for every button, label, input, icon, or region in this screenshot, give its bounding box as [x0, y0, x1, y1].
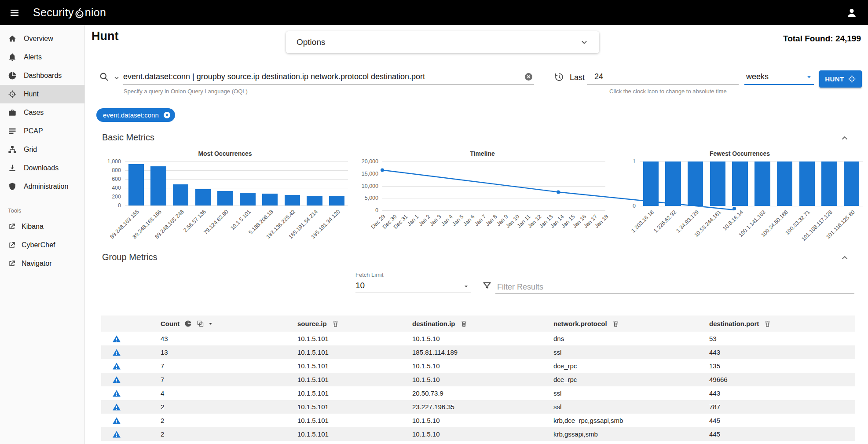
history-clock-icon[interactable] — [554, 72, 564, 82]
cell-count[interactable]: 7 — [132, 373, 269, 386]
warning-icon[interactable] — [112, 416, 121, 425]
chip-close-icon[interactable] — [163, 111, 171, 119]
warning-icon[interactable] — [112, 348, 121, 357]
cell-network-protocol[interactable]: ssl — [525, 400, 681, 414]
bar-10.8.16.14[interactable] — [732, 161, 747, 206]
cell-source-ip[interactable]: 10.1.5.101 — [269, 373, 384, 386]
trash-icon[interactable] — [460, 320, 468, 327]
bar-10.53.244.181[interactable] — [710, 161, 725, 206]
warning-icon[interactable] — [112, 389, 121, 398]
bar-5.188.206.18[interactable] — [262, 194, 278, 206]
cell-network-protocol[interactable]: krb,dce_rpc,gssapi,smb — [525, 414, 681, 427]
cell-source-ip[interactable]: 10.1.5.101 — [269, 345, 384, 359]
bar-79.124.62.90[interactable] — [217, 191, 233, 205]
bar-100.1.141.163[interactable] — [754, 161, 770, 206]
sidebar-item-navigator[interactable]: Navigator — [0, 254, 84, 273]
column-header-network-protocol[interactable]: network.protocol — [525, 316, 681, 332]
cell-destination-port[interactable]: 49666 — [681, 373, 855, 386]
sidebar-item-alerts[interactable]: Alerts — [0, 48, 84, 66]
sidebar-item-administration[interactable]: Administration — [0, 177, 84, 196]
duration-units-select[interactable]: weeks — [744, 69, 814, 85]
hunt-button[interactable]: HUNT — [819, 70, 862, 88]
warning-icon[interactable] — [112, 375, 121, 384]
collapse-group-metrics-icon[interactable] — [840, 253, 850, 263]
cell-count[interactable]: 2 — [132, 427, 269, 441]
cell-destination-ip[interactable]: 10.1.5.10 — [384, 359, 525, 373]
cell-destination-port[interactable]: 445 — [681, 427, 855, 441]
trash-icon[interactable] — [764, 320, 771, 327]
column-header-source-ip[interactable]: source.ip — [269, 316, 384, 332]
cell-network-protocol[interactable]: dce_rpc — [525, 373, 681, 386]
query-input[interactable] — [123, 69, 520, 81]
bar-101.108.117.128[interactable] — [821, 161, 837, 206]
cell-source-ip[interactable]: 10.1.5.101 — [269, 400, 384, 414]
query-history-chevron-icon[interactable] — [113, 74, 120, 81]
cell-count[interactable]: 7 — [132, 359, 269, 373]
cell-destination-ip[interactable]: 10.1.5.10 — [384, 427, 525, 441]
warning-icon[interactable] — [112, 430, 121, 439]
menu-icon[interactable] — [9, 7, 20, 18]
bar-89.248.163.166[interactable] — [150, 166, 166, 205]
clear-query-icon[interactable] — [524, 72, 533, 81]
filter-chip[interactable]: event.dataset:conn — [96, 108, 175, 122]
cell-source-ip[interactable]: 10.1.5.101 — [269, 359, 384, 373]
cell-source-ip[interactable]: 10.1.5.101 — [269, 386, 384, 400]
cell-destination-ip[interactable]: 20.50.73.9 — [384, 386, 525, 400]
cell-network-protocol[interactable]: dce_rpc — [525, 359, 681, 373]
column-header-destination-ip[interactable]: destination.ip — [384, 316, 525, 332]
warning-icon[interactable] — [112, 403, 121, 411]
cell-source-ip[interactable]: 10.1.5.101 — [269, 332, 384, 345]
cell-destination-port[interactable]: 443 — [681, 386, 855, 400]
sidebar-item-grid[interactable]: Grid — [0, 140, 84, 159]
filter-results-input[interactable] — [495, 279, 854, 292]
bar-1.34.93.139[interactable] — [688, 161, 703, 206]
sidebar-item-downloads[interactable]: Downloads — [0, 159, 84, 177]
collapse-basic-metrics-icon[interactable] — [840, 133, 850, 143]
cell-destination-port[interactable]: 445 — [681, 414, 855, 427]
column-header-count[interactable]: Count — [132, 316, 269, 332]
warning-icon[interactable] — [112, 334, 121, 343]
bar-89.248.163.155[interactable] — [128, 164, 144, 205]
cell-destination-ip[interactable]: 10.1.5.10 — [384, 332, 525, 345]
warning-icon[interactable] — [112, 362, 121, 371]
cell-network-protocol[interactable]: ssl — [525, 345, 681, 359]
cell-destination-port[interactable]: 443 — [681, 345, 855, 359]
cell-count[interactable]: 43 — [132, 332, 269, 345]
trash-icon[interactable] — [332, 320, 339, 327]
line-point[interactable] — [381, 168, 384, 172]
sidebar-item-pcap[interactable]: PCAP — [0, 122, 84, 140]
bar-89.248.165.248[interactable] — [173, 184, 188, 205]
cell-destination-ip[interactable]: 23.227.196.35 — [384, 400, 525, 414]
caret-down-icon[interactable] — [207, 320, 214, 327]
duration-input[interactable] — [587, 69, 739, 81]
bar-100.24.50.186[interactable] — [777, 161, 792, 206]
sidebar-item-overview[interactable]: Overview — [0, 29, 84, 48]
cell-destination-port[interactable]: 787 — [681, 400, 855, 414]
bar-185.191.34.214[interactable] — [307, 196, 322, 206]
sidebar-item-cases[interactable]: Cases — [0, 103, 84, 122]
fetch-limit-select[interactable]: 10 — [355, 279, 471, 293]
cell-destination-ip[interactable]: 185.81.114.189 — [384, 345, 525, 359]
ungroup-icon[interactable] — [197, 320, 204, 327]
bar-1.226.62.92[interactable] — [665, 161, 681, 206]
cell-count[interactable]: 13 — [132, 345, 269, 359]
cell-destination-port[interactable]: 135 — [681, 359, 855, 373]
cell-source-ip[interactable]: 10.1.5.101 — [269, 427, 384, 441]
sidebar-item-kibana[interactable]: Kibana — [0, 217, 84, 236]
bar-1.203.16.18[interactable] — [643, 161, 659, 206]
bar-10.1.5.101[interactable] — [240, 193, 255, 206]
sidebar-item-dashboards[interactable]: Dashboards — [0, 66, 84, 85]
sidebar-item-cyberchef[interactable]: CyberChef — [0, 236, 84, 254]
bar-2.56.57.136[interactable] — [195, 189, 211, 205]
cell-count[interactable]: 4 — [132, 386, 269, 400]
cell-network-protocol[interactable]: dns — [525, 332, 681, 345]
line-point[interactable] — [557, 190, 560, 194]
cell-source-ip[interactable]: 10.1.5.101 — [269, 414, 384, 427]
cell-destination-ip[interactable]: 10.1.5.10 — [384, 373, 525, 386]
bar-183.136.225.42[interactable] — [285, 195, 300, 206]
cell-count[interactable]: 2 — [132, 414, 269, 427]
column-header-destination-port[interactable]: destination.port — [681, 316, 855, 332]
cell-destination-ip[interactable]: 10.1.5.10 — [384, 414, 525, 427]
user-menu-icon[interactable] — [846, 7, 857, 18]
cell-network-protocol[interactable]: ssl — [525, 386, 681, 400]
